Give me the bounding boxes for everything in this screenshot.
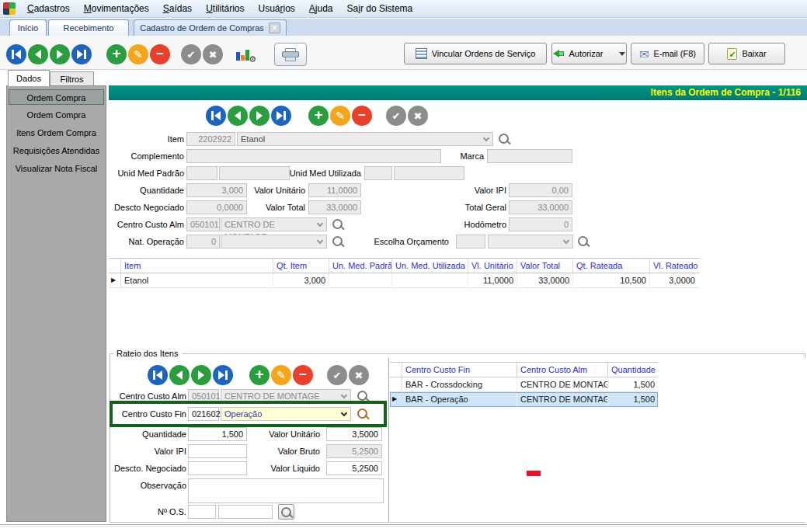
item-search-icon[interactable]: [497, 132, 511, 146]
tab-dados[interactable]: Dados: [8, 70, 50, 86]
tab-recebimento[interactable]: Recebimento: [48, 19, 129, 36]
column-header-valor-total[interactable]: Valor Total: [517, 259, 573, 273]
print-button[interactable]: [274, 43, 307, 66]
unid-med-utilizada-code-field[interactable]: [364, 166, 392, 180]
rateio-add-button[interactable]: [249, 365, 270, 385]
rateio-valor-bruto-field[interactable]: 5,2500: [326, 444, 382, 458]
sidebar-item-ordem-compra[interactable]: Ordem Compra: [9, 107, 104, 123]
rateio-descto-negociado-field[interactable]: [188, 461, 247, 475]
nav-last-button[interactable]: [71, 44, 92, 64]
confirm-button[interactable]: [181, 44, 201, 64]
column-header-vl-unitario[interactable]: Vl. Unitário: [468, 259, 517, 273]
column-header-centro-custo-alm[interactable]: Centro Custo Alm: [517, 363, 608, 377]
nav-next-button[interactable]: [50, 44, 70, 64]
rateio-confirm-button[interactable]: [327, 365, 347, 385]
menu-ajuda[interactable]: Ajuda: [302, 0, 340, 17]
item-nav-next-button[interactable]: [249, 106, 270, 126]
edit-button[interactable]: [128, 44, 148, 64]
unid-med-padrao-code-field[interactable]: [186, 166, 217, 180]
tab-cadastro-ordem-compras[interactable]: Cadastro de Ordem de Compras ✕: [134, 19, 287, 36]
column-header-item[interactable]: Item: [121, 259, 273, 273]
menu-sair[interactable]: Sair do Sistema: [340, 0, 420, 17]
valor-unitario-field[interactable]: 11,0000: [308, 183, 361, 197]
menu-utilitarios[interactable]: Utilitários: [199, 0, 251, 17]
total-geral-field[interactable]: 33,0000: [509, 200, 572, 214]
centro-custo-alm-combo[interactable]: CENTRO DE MONTAGE: [221, 217, 327, 231]
escolha-orcamento-search-icon[interactable]: [576, 235, 590, 249]
item-edit-button[interactable]: [330, 106, 350, 126]
item-cancel-button[interactable]: [408, 106, 428, 126]
rateio-valor-unitario-field[interactable]: 3,5000: [326, 427, 382, 441]
item-code-field[interactable]: 2202922: [186, 132, 235, 146]
centro-custo-alm-code-field[interactable]: 050101: [186, 217, 220, 231]
menu-usuarios[interactable]: Usuários: [251, 0, 301, 17]
column-header-un-med-padrao[interactable]: Un. Med. Padrão: [329, 259, 392, 273]
chart-report-icon[interactable]: ⚙: [236, 46, 256, 63]
rateio-grid-row[interactable]: BAR - Crossdocking CENTRO DE MONTAGE 1,5…: [390, 377, 658, 392]
menu-saidas[interactable]: Saídas: [156, 0, 199, 17]
column-header-vl-rateado[interactable]: Vl. Rateado: [650, 259, 698, 273]
baixar-button[interactable]: Baixar: [708, 43, 785, 64]
nat-operacao-search-icon[interactable]: [331, 235, 345, 249]
autorizar-button[interactable]: Autorizar: [551, 43, 627, 64]
vincular-ordens-servico-button[interactable]: Vincular Ordens de Serviço: [404, 43, 547, 64]
escolha-orcamento-code-field[interactable]: [456, 235, 485, 249]
marca-field[interactable]: [487, 149, 572, 163]
rateio-os-search-button[interactable]: [278, 504, 294, 520]
rateio-nav-next-button[interactable]: [191, 365, 211, 385]
chevron-down-icon[interactable]: [619, 52, 625, 56]
rateio-observacao-textarea[interactable]: [188, 478, 384, 503]
sidebar-item-visualizar-nota-fiscal[interactable]: Visualizar Nota Fiscal: [9, 161, 104, 176]
rateio-cancel-button[interactable]: [349, 365, 369, 385]
rateio-centro-custo-fin-code-field[interactable]: 021602: [188, 407, 219, 421]
complemento-field[interactable]: [186, 149, 441, 163]
item-nav-last-button[interactable]: [271, 106, 291, 126]
nat-operacao-code-field[interactable]: 0: [186, 235, 220, 249]
rateio-centro-custo-alm-combo[interactable]: CENTRO DE MONTAGE: [221, 389, 351, 403]
email-button[interactable]: ✉ E-mail (F8): [631, 43, 704, 64]
cancel-button[interactable]: [203, 44, 223, 64]
tab-filtros[interactable]: Filtros: [50, 71, 94, 86]
rateio-valor-liquido-field[interactable]: 5,2500: [326, 461, 382, 475]
centro-custo-alm-search-icon[interactable]: [331, 217, 345, 231]
column-header-quantidade[interactable]: Quantidade: [608, 363, 658, 377]
menu-movimentacoes[interactable]: Movimentações: [77, 0, 156, 17]
sidebar-item-ordem-compra-header[interactable]: Ordem Compra: [9, 89, 104, 105]
rateio-centro-custo-alm-search-icon[interactable]: [356, 389, 370, 403]
rateio-centro-custo-alm-code-field[interactable]: 050101: [188, 389, 219, 403]
item-nav-previous-button[interactable]: [228, 106, 248, 126]
column-header-qt-item[interactable]: Qt. Item: [273, 259, 329, 273]
rateio-centro-custo-fin-combo[interactable]: Operação: [221, 407, 351, 421]
tab-inicio[interactable]: Início: [9, 19, 47, 36]
column-header-qt-rateada[interactable]: Qt. Rateada: [573, 259, 650, 273]
valor-ipi-field[interactable]: 0,00: [509, 183, 572, 197]
item-confirm-button[interactable]: [386, 106, 406, 126]
column-header-centro-custo-fin[interactable]: Centro Custo Fin: [402, 363, 517, 377]
item-name-combo[interactable]: Etanol: [237, 132, 493, 146]
nav-first-button[interactable]: [6, 44, 26, 64]
escolha-orcamento-combo[interactable]: [488, 235, 573, 249]
delete-button[interactable]: [150, 44, 170, 64]
column-header-un-med-utilizada[interactable]: Un. Med. Utilizada: [392, 259, 468, 273]
rateio-nav-first-button[interactable]: [148, 365, 168, 385]
nav-previous-button[interactable]: [28, 44, 48, 64]
add-button[interactable]: [106, 44, 127, 64]
valor-total-field[interactable]: 33,0000: [308, 200, 361, 214]
rateio-os-code-field[interactable]: [188, 505, 216, 519]
item-nav-first-button[interactable]: [206, 106, 226, 126]
rateio-os-name-field[interactable]: [218, 505, 273, 519]
rateio-centro-custo-fin-search-icon[interactable]: [356, 407, 370, 421]
item-delete-button[interactable]: [352, 106, 372, 126]
rateio-nav-previous-button[interactable]: [169, 365, 190, 385]
rateio-grid-row-selected[interactable]: BAR - Operação CENTRO DE MONTAGE 1,500: [390, 392, 658, 407]
items-grid-row[interactable]: Etanol 3,000 11,0000 33,0000 10,500 3,00…: [109, 273, 700, 288]
rateio-valor-ipi-field[interactable]: [188, 444, 247, 458]
sidebar-item-requisicoes-atendidas[interactable]: Requisições Atendidas: [9, 143, 104, 158]
hodometro-field[interactable]: 0: [509, 217, 572, 231]
rateio-delete-button[interactable]: [293, 365, 313, 385]
rateio-edit-button[interactable]: [271, 365, 291, 385]
menu-cadastros[interactable]: Cadastros: [20, 0, 77, 17]
rateio-quantidade-field[interactable]: 1,500: [188, 427, 247, 441]
rateio-nav-last-button[interactable]: [213, 365, 233, 385]
tab-close-icon[interactable]: ✕: [269, 23, 280, 33]
